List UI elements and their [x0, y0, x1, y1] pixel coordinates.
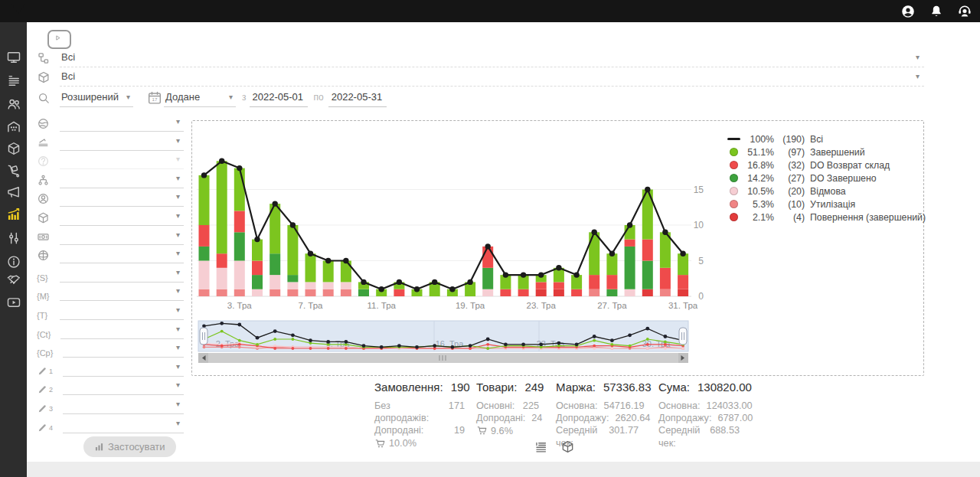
sidebar-item-partners[interactable]	[6, 273, 21, 288]
legend-item[interactable]: 16.8% (32) DO Возврат склад	[724, 158, 926, 172]
filter-select[interactable]: ▾	[63, 379, 184, 395]
chevron-down-icon: ▾	[229, 93, 233, 101]
legend-count: (97)	[774, 147, 805, 158]
filter-select[interactable]: ▾	[60, 172, 184, 188]
pencil-3-icon: 3	[37, 403, 53, 414]
filter-select[interactable]: ▾	[63, 398, 184, 414]
filter-select[interactable]: ▾	[60, 116, 184, 132]
chevron-down-icon: ▾	[176, 400, 180, 408]
notifications-icon[interactable]	[929, 4, 944, 19]
legend-item[interactable]: 2.1% (4) Повернення (завершений)	[724, 211, 926, 224]
filter-select[interactable]: ▾	[60, 285, 184, 301]
statuses-icon	[37, 51, 51, 65]
filter-row-account-circle: ▾	[37, 191, 184, 207]
stat-subrow: Основні:225	[476, 400, 539, 412]
play-icon	[53, 33, 67, 47]
legend-label: Всі	[810, 134, 823, 145]
statuses-select[interactable]: Всі ▾	[60, 51, 924, 67]
legend-item[interactable]: 100% (190) Всі	[724, 132, 926, 145]
legend-item[interactable]: 51.1% (97) Завершений	[724, 145, 926, 158]
braces-m-icon: {M}	[37, 292, 50, 301]
support-icon[interactable]	[957, 4, 972, 19]
chart-scrollbar[interactable]	[198, 353, 688, 363]
chevron-down-icon: ▾	[176, 344, 180, 351]
stat-title: Товари:249	[476, 381, 539, 394]
filter-row-braces-s: {S}▾	[37, 266, 184, 283]
legend-label: DO Возврат склад	[810, 160, 890, 171]
chevron-down-icon: ▾	[176, 231, 180, 239]
sidebar-item-clients[interactable]	[6, 96, 21, 112]
chevron-down-icon: ▾	[176, 287, 180, 295]
legend-item[interactable]: 10.5% (20) Відмова	[724, 185, 926, 198]
sidebar-item-settings[interactable]	[6, 230, 21, 246]
banknote-icon	[37, 230, 50, 243]
filter-select[interactable]: ▾	[60, 191, 184, 207]
chevron-down-icon: ▾	[176, 363, 180, 371]
toggle-list-icon[interactable]	[534, 439, 548, 454]
filter-row-lines: ▾	[37, 135, 184, 151]
date-from-input[interactable]: 2022-05-01	[250, 91, 308, 107]
date-to-label: по	[314, 92, 324, 107]
chart-navigator[interactable]: 2. Тра9. Тра16. Тра23. Тра30. Тра	[198, 321, 688, 351]
apply-button[interactable]: Застосувати	[83, 436, 176, 457]
filter-select: ▾	[60, 153, 184, 169]
svg-text:0: 0	[698, 291, 704, 302]
legend-percent: 16.8%	[743, 160, 774, 171]
navigator-handle[interactable]	[679, 328, 687, 345]
legend-dot	[730, 213, 738, 221]
filter-row-products: Всі ▾	[37, 70, 924, 87]
legend-item[interactable]: 5.3% (10) Утилізація	[724, 198, 926, 211]
sidebar-item-analytics[interactable]	[6, 207, 21, 222]
date-to-input[interactable]: 2022-05-31	[328, 91, 387, 107]
filter-row-pencil-3: 3▾	[37, 398, 184, 414]
toggle-cube-icon[interactable]	[560, 439, 575, 454]
legend-label: Відмова	[810, 186, 846, 197]
filter-select[interactable]: ▾	[60, 247, 184, 263]
legend-label: Повернення (завершений)	[810, 212, 926, 223]
help-video-button[interactable]	[47, 30, 71, 49]
sidebar-item-supply[interactable]	[6, 163, 21, 178]
legend-dot	[730, 200, 738, 208]
sidebar-item-desktop[interactable]	[6, 50, 21, 65]
filter-row-globe: ▾	[37, 116, 184, 132]
legend-percent: 5.3%	[743, 199, 774, 210]
footer-strip	[27, 462, 980, 477]
legend-item[interactable]: 14.2% (27) DO Завершено	[724, 172, 926, 185]
filter-select[interactable]: ▾	[60, 304, 184, 320]
date-field-select[interactable]: Додане ▾	[164, 91, 236, 107]
sidebar-item-info[interactable]	[6, 254, 21, 270]
braces-cp-icon: {Cp}	[37, 348, 53, 358]
sidebar-item-orders[interactable]	[6, 73, 21, 88]
filter-select[interactable]: ▾	[60, 135, 184, 151]
chevron-down-icon: ▾	[176, 420, 180, 427]
filter-select[interactable]: ▾	[60, 210, 184, 226]
upsell-share: 9.6%	[476, 425, 539, 436]
filter-select[interactable]: ▾	[60, 229, 184, 245]
filter-select[interactable]: ▾	[63, 417, 184, 433]
app-logo[interactable]	[6, 1, 31, 21]
legend-percent: 14.2%	[743, 173, 774, 184]
account-icon[interactable]	[900, 4, 916, 19]
upsell-share: 10.0%	[374, 438, 465, 449]
chevron-down-icon: ▾	[176, 269, 180, 276]
filter-select[interactable]: ▾	[63, 361, 184, 377]
filter-select[interactable]: ▾	[60, 323, 184, 339]
sidebar-item-marketing[interactable]	[6, 185, 21, 200]
chart-panel: 0510151. Тра Утилізація: 11. Тра Відмова…	[191, 120, 924, 376]
filter-row-statuses: Всі ▾	[37, 51, 924, 67]
sidebar-item-warehouse[interactable]	[6, 119, 21, 135]
filter-row-braces-t: {T}▾	[37, 304, 184, 320]
filter-row-banknote: ▾	[37, 229, 184, 245]
sidebar-item-products[interactable]	[6, 141, 21, 156]
svg-text:15: 15	[694, 185, 704, 195]
svg-text:3. Тра: 3. Тра	[227, 301, 253, 310]
filter-select[interactable]: ▾	[60, 266, 184, 283]
chevron-down-icon: ▾	[126, 93, 130, 101]
products-select[interactable]: Всі ▾	[60, 70, 924, 87]
filter-select[interactable]: ▾	[63, 341, 184, 358]
svg-text:11. Тра: 11. Тра	[367, 301, 396, 310]
sidebar-item-video[interactable]	[6, 295, 21, 310]
navigator-handle[interactable]	[200, 328, 207, 345]
products-value: Всі	[61, 70, 75, 82]
search-mode-select[interactable]: Розширений ▾	[60, 91, 133, 107]
